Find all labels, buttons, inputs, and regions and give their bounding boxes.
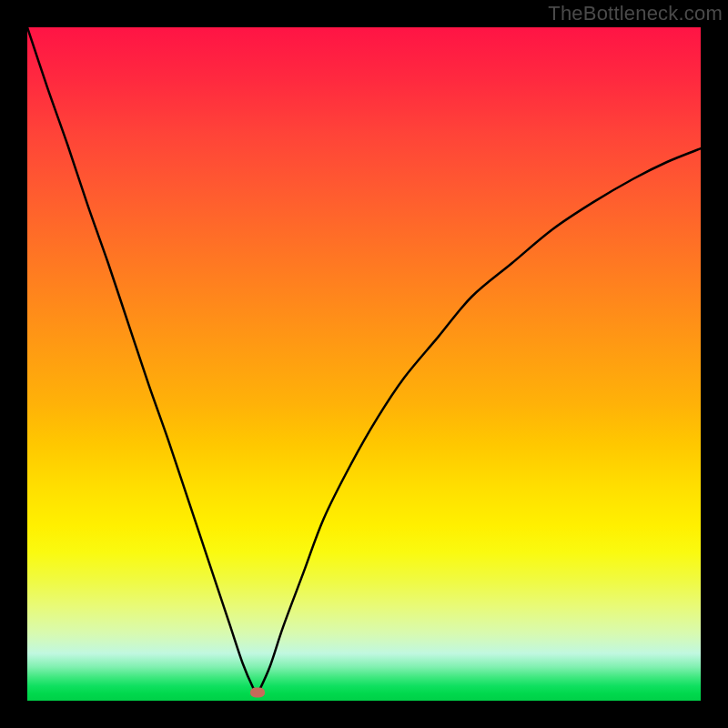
curve-right-branch xyxy=(258,148,701,693)
minimum-marker xyxy=(250,688,265,698)
chart-frame: TheBottleneck.com xyxy=(0,0,728,728)
curve-svg xyxy=(27,27,701,701)
curve-left-branch xyxy=(27,27,258,694)
watermark-text: TheBottleneck.com xyxy=(548,2,723,25)
plot-area xyxy=(27,27,701,701)
